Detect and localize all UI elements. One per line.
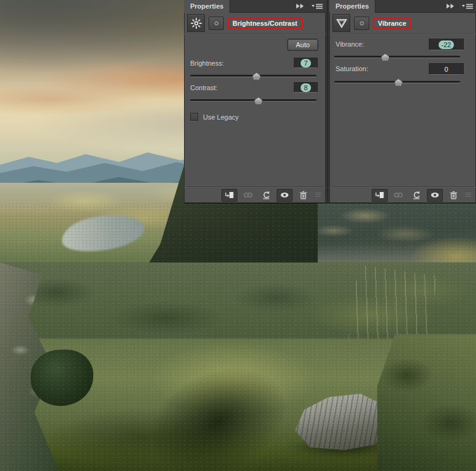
use-legacy-checkbox[interactable] [190, 113, 198, 121]
auto-button[interactable]: Auto [288, 39, 318, 50]
brightness-contrast-controls: Auto Brightness: 7 Contrast: 8 [184, 34, 326, 186]
tab-properties[interactable]: Properties [329, 0, 375, 13]
delete-adjustment-icon[interactable] [295, 189, 311, 202]
vibrance-controls: Vibrance: -22 Saturation: 0 [329, 34, 476, 186]
panel-menu-icon[interactable] [462, 3, 473, 9]
contrast-slider[interactable] [190, 97, 317, 104]
saturation-value: 0 [444, 66, 448, 73]
vibrance-label: Vibrance: [336, 40, 364, 48]
brightness-value-field[interactable]: 7 [294, 58, 318, 68]
vibrance-value: -22 [439, 40, 455, 49]
brightness-label: Brightness: [190, 59, 224, 67]
visibility-eye-icon[interactable] [427, 189, 443, 202]
clip-to-layer-icon[interactable] [372, 189, 388, 202]
brightness-value: 7 [301, 59, 310, 67]
collapse-panels-icon[interactable] [296, 3, 305, 9]
vibrance-panel: Properties Vibrance [329, 0, 476, 203]
brightness-slider-thumb[interactable] [253, 73, 261, 80]
clip-to-layer-icon[interactable] [221, 189, 237, 202]
vibrance-value-field[interactable]: -22 [429, 39, 464, 50]
use-legacy-label: Use Legacy [203, 113, 239, 121]
resize-grip[interactable] [466, 193, 471, 197]
vibrance-slider[interactable] [334, 53, 460, 61]
resize-grip[interactable] [315, 193, 321, 197]
vibrance-icon [332, 14, 350, 32]
saturation-label: Saturation: [336, 65, 368, 72]
collapse-panels-icon[interactable] [446, 3, 455, 9]
clip-mask-icon[interactable] [209, 17, 224, 30]
clip-mask-icon[interactable] [354, 17, 369, 30]
saturation-slider[interactable] [334, 78, 460, 86]
contrast-value-field[interactable]: 8 [294, 82, 318, 93]
reset-adjustment-icon[interactable] [409, 189, 424, 202]
reset-adjustment-icon[interactable] [258, 189, 274, 202]
divider [458, 2, 459, 10]
saturation-value-field[interactable]: 0 [429, 63, 464, 75]
brightness-contrast-icon [187, 14, 205, 32]
properties-panels: Properties Brightness [184, 0, 476, 203]
adjustment-header: Brightness/Contrast [184, 13, 326, 33]
contrast-label: Contrast: [190, 84, 218, 91]
adjustment-title-highlight: Brightness/Contrast [228, 18, 302, 29]
panel-footer [329, 186, 476, 203]
divider [308, 2, 309, 10]
vibrance-slider-thumb[interactable] [382, 54, 390, 61]
brightness-contrast-panel: Properties Brightness [184, 0, 326, 203]
saturation-slider-thumb[interactable] [394, 79, 402, 86]
texture-grain [0, 202, 476, 471]
panel-menu-icon[interactable] [312, 3, 323, 9]
use-legacy-row: Use Legacy [190, 113, 239, 121]
contrast-value: 8 [301, 83, 310, 92]
panel-tabbar: Properties [184, 0, 326, 13]
panel-footer [184, 186, 326, 203]
visibility-eye-icon[interactable] [277, 189, 293, 202]
brightness-slider[interactable] [190, 72, 317, 80]
tab-properties[interactable]: Properties [184, 0, 230, 13]
adjustment-title-highlight: Vibrance [373, 18, 411, 29]
delete-adjustment-icon[interactable] [445, 189, 461, 202]
contrast-slider-thumb[interactable] [255, 98, 263, 104]
photoshop-workspace: Properties Brightness [0, 0, 476, 471]
adjustment-header: Vibrance [329, 13, 476, 33]
panel-tabbar: Properties [329, 0, 476, 13]
link-adjustment-icon[interactable] [240, 189, 256, 202]
link-adjustment-icon[interactable] [390, 189, 406, 202]
